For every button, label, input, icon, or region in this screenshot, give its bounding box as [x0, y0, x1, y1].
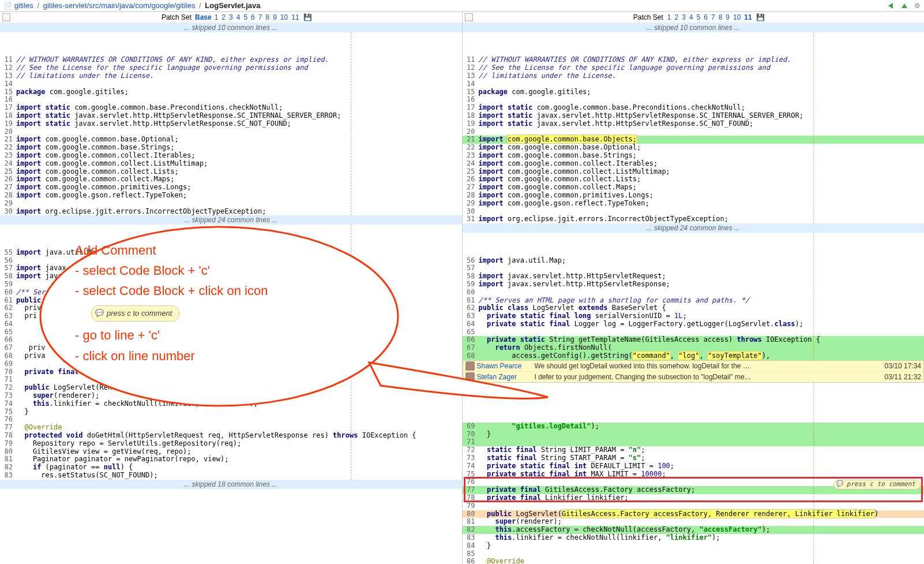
line-number[interactable]: 68 [463, 352, 479, 360]
line-number[interactable]: 70 [0, 368, 16, 376]
line-number[interactable]: 29 [463, 200, 479, 208]
code-line[interactable]: 24import com.google.common.collect.Itera… [463, 160, 925, 168]
right-code2[interactable]: 56import java.util.Map;5758import javax.… [463, 233, 925, 360]
code-line[interactable]: 70 private final Link [0, 368, 462, 376]
patchset-link-1[interactable]: 1 [666, 13, 673, 21]
line-number[interactable]: 77 [463, 486, 479, 494]
line-number[interactable]: 11 [463, 56, 479, 64]
expand-icon[interactable] [2, 13, 10, 21]
line-number[interactable]: 22 [463, 144, 479, 152]
code-line[interactable]: 67 return Objects.firstNonNull( [463, 344, 925, 352]
line-number[interactable]: 71 [463, 438, 479, 446]
line-number[interactable]: 20 [0, 128, 16, 136]
line-number[interactable]: 67 [463, 344, 479, 352]
code-line[interactable]: 22import com.google.common.base.Strings; [0, 144, 462, 152]
line-number[interactable]: 68 [0, 352, 16, 360]
code-line[interactable]: 19import static javax.servlet.http.HttpS… [463, 120, 925, 128]
code-line[interactable]: 21import com.google.common.base.Optional… [0, 136, 462, 144]
code-line[interactable]: 61public cla [0, 297, 462, 305]
line-number[interactable]: 80 [0, 448, 16, 456]
line-number[interactable]: 30 [0, 208, 16, 216]
line-number[interactable]: 12 [463, 64, 479, 72]
patchset-link-2[interactable]: 2 [220, 13, 227, 21]
patchset-link-8[interactable]: 8 [717, 13, 724, 21]
patchset-link-6[interactable]: 6 [702, 13, 709, 21]
code-line[interactable]: 63 pri [0, 312, 462, 320]
line-number[interactable]: 61 [0, 297, 16, 305]
line-number[interactable]: 82 [463, 526, 479, 534]
line-number[interactable]: 28 [0, 192, 16, 200]
code-line[interactable]: 56import java.util.Map; [463, 257, 925, 265]
code-line[interactable]: 71 [0, 376, 462, 384]
code-line[interactable]: 60/** Serves an [0, 289, 462, 297]
code-line[interactable]: 74 private static final int DEFAULT_LIMI… [463, 462, 925, 470]
line-number[interactable]: 17 [0, 104, 16, 112]
line-number[interactable]: 77 [0, 424, 16, 432]
line-number[interactable]: 74 [463, 462, 479, 470]
line-number[interactable]: 66 [0, 336, 16, 344]
left-code2[interactable]: 55import java.util.Map;5657import javax.… [0, 225, 462, 480]
patchset-link-3[interactable]: 3 [680, 13, 688, 21]
code-line[interactable]: 62 priv [0, 304, 462, 312]
line-number[interactable]: 23 [0, 152, 16, 160]
patchset-link-5[interactable]: 5 [695, 13, 703, 21]
line-number[interactable]: 24 [0, 160, 16, 168]
code-line[interactable]: 25import com.google.common.collect.ListM… [463, 168, 925, 176]
code-line[interactable]: 25import com.google.common.collect.Lists… [0, 168, 462, 176]
patchset-link-11[interactable]: 11 [742, 13, 753, 21]
skip-top-left[interactable]: ... skipped 10 common lines ... [0, 23, 462, 32]
code-line[interactable]: 57import javax.servlet.http.HttpServlet [0, 264, 462, 272]
gear-icon[interactable]: ⚙ [914, 2, 921, 10]
patchset-link-6[interactable]: 6 [249, 13, 257, 21]
code-line[interactable]: 78 private final Linkifier linkifier; [463, 494, 925, 502]
line-number[interactable]: 19 [0, 120, 16, 128]
line-number[interactable]: 59 [463, 281, 479, 289]
code-line[interactable]: 86 @Override [463, 558, 925, 564]
patchset-link-9[interactable]: 9 [271, 13, 279, 21]
line-number[interactable]: 69 [463, 423, 479, 431]
code-line[interactable]: 78 protected void doGetHtml(HttpServletR… [0, 432, 462, 440]
code-line[interactable]: 30import org.eclipse.jgit.errors.Incorre… [0, 208, 462, 216]
line-number[interactable]: 61 [463, 297, 479, 305]
line-number[interactable]: 31 [463, 215, 479, 223]
comment-author[interactable]: Stefan Zager [477, 373, 535, 381]
line-number[interactable]: 16 [463, 96, 479, 104]
line-number[interactable]: 59 [0, 281, 16, 289]
line-number[interactable]: 18 [0, 112, 16, 120]
code-line[interactable]: 68 priva [0, 352, 462, 360]
code-line[interactable]: 72 public LogServlet(Renderer renderer, … [0, 384, 462, 392]
code-line[interactable]: 85 [463, 550, 925, 558]
code-line[interactable]: 75 } [0, 408, 462, 416]
line-number[interactable]: 78 [463, 494, 479, 502]
code-line[interactable]: 65 [463, 328, 925, 337]
up-icon[interactable] [900, 2, 908, 10]
line-number[interactable]: 24 [463, 160, 479, 168]
line-number[interactable]: 26 [0, 175, 16, 184]
code-line[interactable]: 60 [463, 289, 925, 297]
breadcrumb-seg-0[interactable]: gitiles [14, 1, 33, 10]
line-number[interactable]: 86 [463, 558, 479, 564]
code-line[interactable]: 23import com.google.common.base.Strings; [463, 152, 925, 160]
line-number[interactable]: 81 [463, 518, 479, 526]
line-number[interactable]: 81 [0, 455, 16, 464]
code-line[interactable]: 84 } [463, 542, 925, 550]
line-number[interactable]: 75 [463, 470, 479, 479]
code-line[interactable]: 73 static final String START_PARAM = "s"… [463, 454, 925, 462]
line-number[interactable]: 56 [463, 257, 479, 265]
code-line[interactable]: 71 [463, 438, 925, 446]
comment-row[interactable]: Shawn PearceWe should get logDetail work… [463, 361, 924, 371]
code-line[interactable]: 66 private static String getTemplateName… [463, 336, 925, 344]
line-number[interactable]: 11 [0, 56, 16, 64]
code-line[interactable]: 14 [0, 80, 462, 88]
line-number[interactable]: 84 [463, 542, 479, 550]
code-line[interactable]: 26import com.google.common.collect.Lists… [463, 175, 925, 184]
code-line[interactable]: 59 [0, 281, 462, 289]
patchset-link-11[interactable]: 11 [290, 13, 301, 21]
code-line[interactable]: 17import static com.google.common.base.P… [463, 104, 925, 112]
code-line[interactable]: 58import javax.servlet.http.HttpServletR… [463, 272, 925, 281]
line-number[interactable]: 30 [463, 208, 479, 216]
patchset-link-1[interactable]: 1 [213, 13, 220, 21]
line-number[interactable]: 63 [0, 312, 16, 320]
code-line[interactable]: 30 [463, 208, 925, 216]
line-number[interactable]: 75 [0, 408, 16, 416]
